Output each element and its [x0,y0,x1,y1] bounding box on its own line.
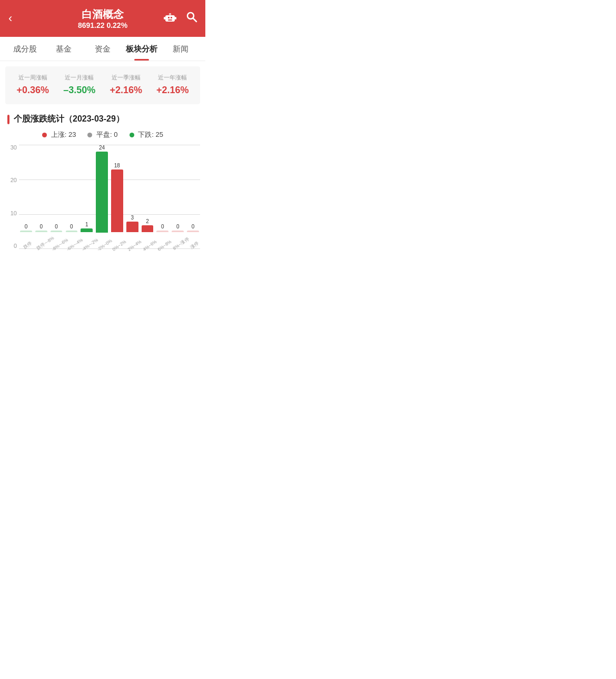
perf-quarter-label: 近一季涨幅 [103,74,150,82]
legend-up-label: 上涨: 23 [51,131,76,138]
svg-rect-4 [170,14,171,15]
x-label-3: -6%~-4% [66,239,81,252]
legend-flat-dot [87,133,92,137]
perf-year-label: 近一年涨幅 [150,74,196,82]
bar-group-6: 180%~2% [110,145,124,249]
x-label-7: 2%~4% [126,239,141,252]
x-label-0: 跌停 [20,238,35,252]
x-label-4: -4%~-2% [81,239,96,252]
y-axis: 0 10 20 30 [5,145,17,266]
bar-value-label-3: 0 [70,224,73,229]
bar-group-1: 0跌停~-8% [34,145,48,249]
legend-down-dot [130,133,134,137]
bar-value-label-7: 3 [131,215,134,221]
perf-quarter-value: +2.16% [103,85,150,96]
svg-line-9 [193,18,197,22]
bar-value-label-2: 0 [55,224,58,229]
bar-value-label-1: 0 [39,224,43,229]
section-title: 个股涨跌统计（2023-03-29） [7,114,198,125]
x-label-8: 4%~6% [142,239,156,252]
legend-down-label: 下跌: 25 [138,131,163,138]
performance-row: 近一周涨幅 +0.36% 近一月涨幅 –3.50% 近一季涨幅 +2.16% 近… [5,66,200,104]
bar-group-9: 06%~8% [155,145,170,249]
x-label-10: 8%~涨停 [172,238,187,252]
bar-6 [111,169,123,232]
x-label-9: 6%~8% [157,239,172,252]
x-label-1: 跌停~-8% [35,238,51,252]
back-button[interactable]: ‹ [8,12,12,25]
tab-analysis[interactable]: 板块分析 [122,37,161,61]
perf-month-value: –3.50% [56,85,103,96]
bars-row: 0跌停0跌停~-8%0-8%~-6%0-6%~-4%1-4%~-2%24-2%~… [19,145,200,266]
robot-icon[interactable] [163,10,177,27]
svg-rect-1 [168,17,170,18]
perf-year: 近一年涨幅 +2.16% [150,74,196,96]
bar-chart: 0 10 20 30 0跌停0跌停~-8%0-8%~-6%0-6%~-4%1-4… [0,145,205,271]
bar-value-label-4: 1 [85,222,88,227]
perf-quarter: 近一季涨幅 +2.16% [103,74,150,96]
app-header: ‹ 白酒概念 8691.22 0.22% [0,0,205,37]
y-label-10: 10 [5,211,17,216]
y-label-30: 30 [5,145,17,151]
bar-value-label-8: 2 [146,218,149,224]
bar-group-11: 0涨停 [186,145,200,249]
x-label-11: 涨停 [187,238,203,252]
perf-month: 近一月涨幅 –3.50% [56,74,103,96]
chart-legend: 上涨: 23 平盘: 0 下跌: 25 [0,130,205,139]
bar-group-2: 0-8%~-6% [49,145,64,249]
bar-group-4: 1-4%~-2% [80,145,94,249]
page-title: 白酒概念 [82,7,124,21]
bar-value-label-6: 18 [114,163,120,168]
perf-week-label: 近一周涨幅 [9,74,56,82]
legend-flat-label: 平盘: 0 [96,131,117,138]
bar-7 [126,222,138,232]
x-label-2: -8%~-6% [51,239,65,252]
tab-news[interactable]: 新闻 [161,37,200,61]
header-subtitle: 8691.22 0.22% [78,21,127,29]
tab-fund[interactable]: 基金 [44,37,83,61]
perf-year-value: +2.16% [150,85,196,96]
bar-group-5: 24-2%~0% [95,145,109,249]
y-label-20: 20 [5,177,17,183]
bar-group-3: 0-6%~-4% [64,145,78,249]
y-label-0: 0 [5,243,17,249]
perf-month-label: 近一月涨幅 [56,74,103,82]
legend-up-dot [42,133,47,137]
header-center: 白酒概念 8691.22 0.22% [78,7,127,29]
bar-group-7: 32%~4% [125,145,140,249]
svg-rect-2 [171,17,172,18]
bar-group-8: 24%~6% [141,145,155,249]
bar-8 [142,225,154,232]
tab-bar: 成分股 基金 资金 板块分析 新闻 [0,37,205,61]
svg-rect-0 [165,15,175,22]
bar-5 [96,152,108,233]
bar-value-label-10: 0 [176,224,180,229]
legend-up: 上涨: 23 [42,130,76,139]
tab-capital[interactable]: 资金 [83,37,122,61]
bar-value-label-0: 0 [25,224,28,229]
svg-rect-5 [164,17,165,19]
search-icon[interactable] [185,11,198,26]
legend-down: 下跌: 25 [130,130,163,139]
tab-constituent[interactable]: 成分股 [5,37,44,61]
bar-4 [81,228,93,232]
svg-rect-7 [168,19,172,21]
legend-flat: 平盘: 0 [87,130,117,139]
x-label-6: 0%~2% [111,239,126,252]
bar-value-label-9: 0 [161,224,164,229]
header-icons [163,10,198,27]
perf-week-value: +0.36% [9,85,56,96]
bar-value-label-5: 24 [99,145,105,151]
bar-group-0: 0跌停 [19,145,33,249]
bar-value-label-11: 0 [192,224,195,229]
x-label-5: -2%~0% [96,239,111,252]
perf-week: 近一周涨幅 +0.36% [9,74,56,96]
bar-group-10: 08%~涨停 [171,145,185,249]
svg-rect-6 [175,17,176,19]
bars-area: 0跌停0跌停~-8%0-8%~-6%0-6%~-4%1-4%~-2%24-2%~… [19,145,200,266]
